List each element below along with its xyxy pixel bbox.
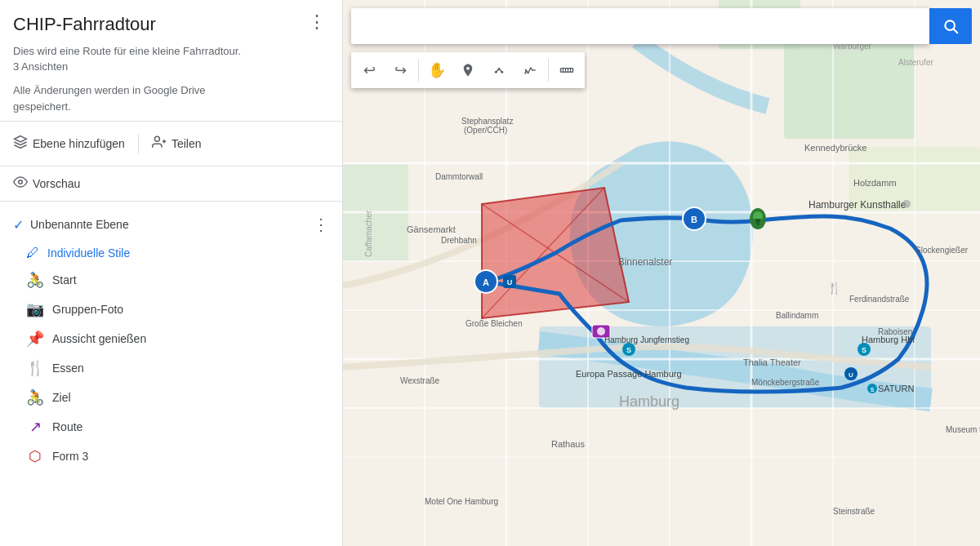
svg-text:SATURN: SATURN xyxy=(878,384,914,393)
svg-text:(Oper/CCH): (Oper/CCH) xyxy=(464,126,507,135)
map-toolbar xyxy=(351,8,972,44)
add-layer-button[interactable]: Ebene hinzufügen xyxy=(13,131,125,156)
green-pin-icon: 📌 xyxy=(26,330,44,348)
layer-title-row: ✓ Unbenannte Ebene xyxy=(13,217,129,233)
undo-button[interactable]: ↩ xyxy=(354,55,384,85)
svg-text:Dammtorwall: Dammtorwall xyxy=(435,172,483,181)
svg-point-84 xyxy=(501,71,503,73)
list-item-route[interactable]: ↗ Route xyxy=(13,412,342,442)
destination-label: Ziel xyxy=(52,391,71,404)
svg-text:Raboisen: Raboisen xyxy=(878,327,912,336)
redo-button[interactable]: ↪ xyxy=(385,55,415,85)
marker-button[interactable] xyxy=(453,55,483,85)
style-item[interactable]: 🖊 Individuelle Stile xyxy=(13,241,342,265)
svg-text:S: S xyxy=(626,346,631,354)
preview-label: Vorschau xyxy=(33,177,80,190)
svg-text:Hamburger Kunsthalle: Hamburger Kunsthalle xyxy=(808,199,906,211)
map-area[interactable]: A B 🍴 S S U CinemaxX Hamburg-Dammtor Ken… xyxy=(343,0,980,546)
actions-divider xyxy=(138,134,139,153)
svg-text:S: S xyxy=(871,387,875,393)
svg-text:Hamburg Jungfernstieg: Hamburg Jungfernstieg xyxy=(604,335,689,344)
preview-row: Vorschau xyxy=(0,166,342,202)
svg-point-83 xyxy=(495,71,497,73)
layer-section: ✓ Unbenannte Ebene ⋮ 🖊 Individuelle Stil… xyxy=(0,202,342,546)
list-item-view[interactable]: 📌 Aussicht genießen xyxy=(13,324,342,353)
list-item-food[interactable]: 🍴 Essen xyxy=(13,353,342,383)
sidebar-views: 3 Ansichten xyxy=(13,60,329,73)
svg-text:Stephansplatz: Stephansplatz xyxy=(461,117,513,126)
preview-button[interactable]: Vorschau xyxy=(13,171,80,196)
svg-marker-0 xyxy=(15,136,27,143)
view-label: Aussicht genießen xyxy=(52,332,146,345)
layer-header: ✓ Unbenannte Ebene ⋮ xyxy=(0,208,342,241)
svg-text:Ferdinandstraße: Ferdinandstraße xyxy=(849,295,910,304)
svg-rect-7 xyxy=(784,41,915,139)
svg-text:Kennedybrücke: Kennedybrücke xyxy=(804,143,866,153)
add-layer-label: Ebene hinzufügen xyxy=(33,137,125,150)
share-label: Teilen xyxy=(172,137,202,150)
list-item-start[interactable]: 🚴 Start xyxy=(13,265,342,295)
start-label: Start xyxy=(52,273,77,286)
tool-separator-1 xyxy=(418,59,419,82)
svg-text:A: A xyxy=(483,277,489,287)
eye-icon xyxy=(13,175,28,193)
svg-text:Ballindamm: Ballindamm xyxy=(776,311,818,320)
route-icon: ↗ xyxy=(26,418,44,436)
svg-rect-86 xyxy=(561,69,573,73)
svg-text:🍴: 🍴 xyxy=(827,282,842,295)
sidebar-actions: Ebene hinzufügen Teilen xyxy=(0,122,342,166)
route-button[interactable] xyxy=(515,55,545,85)
sidebar-title: CHIP-Fahrradtour xyxy=(13,13,156,37)
camera-icon: 📷 xyxy=(26,300,44,318)
sidebar-description: Dies wird eine Route für eine kleine Fah… xyxy=(13,43,329,60)
search-input[interactable] xyxy=(351,8,929,44)
food-label: Essen xyxy=(52,362,84,375)
svg-text:Große Bleichen: Große Bleichen xyxy=(466,319,522,328)
svg-text:Rathaus: Rathaus xyxy=(551,439,585,449)
svg-point-49 xyxy=(902,200,911,208)
svg-point-85 xyxy=(498,68,501,70)
measure-button[interactable] xyxy=(552,55,581,85)
list-item-group-photo[interactable]: 📷 Gruppen-Foto xyxy=(13,295,342,324)
bike-start-icon: 🚴 xyxy=(26,271,44,289)
svg-text:Caffamacher: Caffamacher xyxy=(364,210,373,257)
style-pen-icon: 🖊 xyxy=(26,246,39,260)
restaurant-icon: 🍴 xyxy=(26,359,44,377)
layer-items: 🖊 Individuelle Stile 🚴 Start 📷 Gruppen-F… xyxy=(0,241,342,471)
svg-text:S: S xyxy=(862,346,866,354)
svg-text:Motel One Hamburg: Motel One Hamburg xyxy=(425,497,498,506)
sidebar: CHIP-Fahrradtour ⋮ Dies wird eine Route … xyxy=(0,0,343,546)
svg-text:Museum f...: Museum f... xyxy=(946,425,980,434)
svg-text:U: U xyxy=(849,371,853,379)
search-button[interactable] xyxy=(929,8,972,44)
checkbox-icon[interactable]: ✓ xyxy=(13,217,24,233)
svg-text:Hamburg: Hamburg xyxy=(619,393,679,410)
sidebar-save-info: Alle Änderungen werden in Google Drivege… xyxy=(13,82,329,114)
svg-point-36 xyxy=(597,327,605,335)
svg-text:Binnenalster: Binnenalster xyxy=(618,256,673,268)
svg-text:B: B xyxy=(691,215,697,224)
svg-text:Mönckebergstraße: Mönckebergstraße xyxy=(751,378,820,387)
svg-text:U: U xyxy=(507,278,513,286)
style-label: Individuelle Stile xyxy=(47,246,130,260)
list-item-destination[interactable]: 🚴 Ziel xyxy=(13,383,342,412)
sidebar-title-row: CHIP-Fahrradtour ⋮ xyxy=(13,13,329,37)
layers-icon xyxy=(13,135,28,153)
layer-name: Unbenannte Ebene xyxy=(30,218,129,231)
layer-more-icon[interactable]: ⋮ xyxy=(313,215,329,234)
svg-text:Thalia Theater: Thalia Theater xyxy=(743,357,801,367)
svg-text:Europa Passage Hamburg: Europa Passage Hamburg xyxy=(576,369,682,379)
route-label: Route xyxy=(52,420,82,433)
tool-separator-2 xyxy=(548,59,549,82)
sidebar-more-icon[interactable]: ⋮ xyxy=(305,13,329,31)
share-button[interactable]: Teilen xyxy=(152,131,202,156)
svg-text:Wexstraße: Wexstraße xyxy=(400,376,440,385)
svg-text:Holzdamm: Holzdamm xyxy=(853,178,897,188)
svg-text:Alsterufer: Alsterufer xyxy=(898,58,933,67)
person-add-icon xyxy=(152,135,167,153)
polyline-button[interactable] xyxy=(484,55,514,85)
list-item-form3[interactable]: ⬡ Form 3 xyxy=(13,442,342,471)
svg-text:Glockengießer: Glockengießer xyxy=(915,246,969,255)
svg-line-82 xyxy=(954,29,958,33)
pan-button[interactable]: ✋ xyxy=(422,55,452,85)
